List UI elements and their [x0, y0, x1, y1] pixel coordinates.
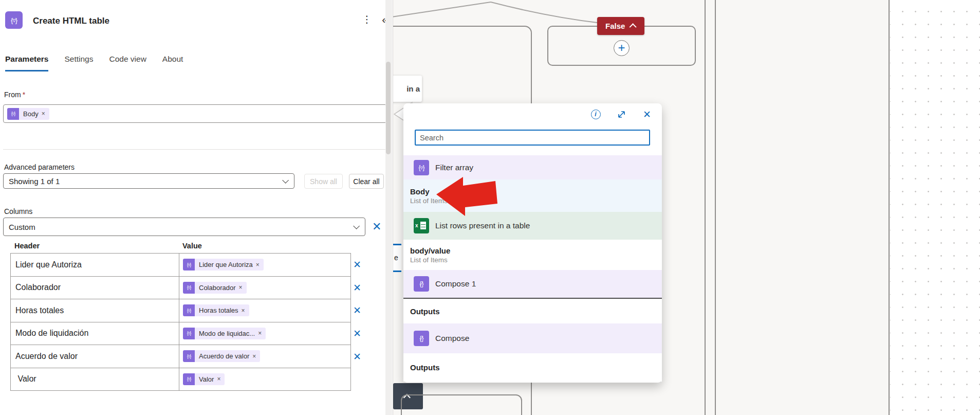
columns-label: Columns — [4, 207, 32, 215]
value-token-chip[interactable]: {▿} Colaborador × — [183, 282, 247, 294]
branch-divider-line-2 — [715, 0, 716, 415]
branch-divider-line — [705, 0, 706, 415]
tab-settings[interactable]: Settings — [64, 55, 93, 71]
popup-group-title: Compose 1 — [435, 279, 476, 288]
hidden-card-title-fragment: in a — [406, 84, 420, 93]
popup-group-list-rows-present-in-a-table[interactable]: xList rows present in a table — [403, 212, 662, 240]
value-token-chip[interactable]: {▿} Modo de liquidac... × — [183, 328, 266, 339]
column-header-cell[interactable]: Horas totales — [11, 299, 179, 322]
column-header-cell[interactable]: Valor — [11, 368, 179, 391]
popup-item-body-value[interactable]: body/valueList of Items — [403, 240, 662, 270]
column-value-cell[interactable]: {▿} Colaborador × — [179, 277, 350, 299]
value-token-chip[interactable]: {▿} Acuerdo de valor × — [183, 350, 260, 362]
dynamic-content-list: {▿}Filter arrayBodyList of ItemsxList ro… — [403, 155, 662, 382]
remove-token-icon[interactable]: × — [242, 307, 245, 314]
close-popup-icon[interactable]: ✕ — [641, 109, 653, 120]
info-icon[interactable]: i — [590, 109, 601, 120]
column-value-cell[interactable]: {▿} Valor × — [179, 368, 350, 391]
tab-parameters[interactable]: Parameters — [5, 55, 48, 71]
value-token-chip[interactable]: {▿} Valor × — [183, 373, 225, 385]
popup-item-subtitle: List of Items — [410, 197, 448, 205]
action-config-panel: {▿} Create HTML table ⋮ « ParametersSett… — [0, 0, 393, 415]
body-token-chip[interactable]: {▿} Body× — [7, 108, 49, 120]
chevron-down-icon — [282, 177, 289, 184]
advanced-parameters-label: Advanced parameters — [4, 163, 75, 171]
delete-row-icon[interactable]: ✕ — [353, 329, 361, 338]
table-header-col-label: Header — [14, 242, 40, 250]
expand-popup-icon[interactable] — [616, 109, 627, 120]
canvas-dot-grid — [890, 0, 980, 415]
token-braces-icon: {▿} — [183, 328, 195, 339]
remove-token-icon[interactable]: × — [239, 284, 243, 291]
column-value-cell[interactable]: {▿} Lider que Autoriza × — [179, 254, 350, 276]
column-mapping-row: Valor {▿} Valor × — [11, 368, 350, 391]
popup-item-title: body/value — [410, 246, 450, 255]
panel-scrollbar[interactable] — [385, 0, 392, 415]
column-header-cell[interactable]: Lider que Autoriza — [11, 254, 179, 276]
next-action-card[interactable] — [401, 394, 522, 415]
column-header-cell[interactable]: Colaborador — [11, 277, 179, 299]
remove-token-icon[interactable]: × — [258, 330, 262, 337]
delete-row-icon[interactable]: ✕ — [353, 283, 361, 293]
tab-code-view[interactable]: Code view — [109, 55, 146, 71]
from-field-label: From* — [4, 91, 25, 99]
token-braces-icon: {▿} — [183, 259, 195, 270]
token-braces-icon: {▿} — [183, 304, 195, 316]
value-token-chip[interactable]: {▿} Horas totales × — [183, 304, 249, 316]
false-branch-badge[interactable]: False — [597, 17, 644, 35]
tab-about[interactable]: About — [162, 55, 183, 71]
remove-token-icon[interactable]: × — [42, 110, 45, 117]
popup-item-title: Outputs — [410, 307, 440, 316]
more-options-icon[interactable]: ⋮ — [360, 13, 374, 25]
show-all-button[interactable]: Show all — [304, 174, 343, 189]
popup-group-compose-1[interactable]: {∕}Compose 1 — [403, 270, 662, 298]
data-operation-icon: {▿} — [5, 11, 23, 29]
token-braces-icon: {▿} — [183, 373, 195, 385]
panel-scrollbar-thumb[interactable] — [386, 62, 391, 154]
popup-item-body[interactable]: BodyList of Items — [403, 179, 662, 212]
remove-token-icon[interactable]: × — [252, 353, 256, 360]
column-value-cell[interactable]: {▿} Horas totales × — [179, 299, 350, 322]
excel-icon: x — [414, 218, 429, 233]
column-mapping-row: Acuerdo de valor {▿} Acuerdo de valor × — [11, 345, 350, 368]
selected-card-text-fragment: e — [394, 254, 398, 262]
column-value-cell[interactable]: {▿} Modo de liquidac... × — [179, 322, 350, 345]
section-divider — [3, 149, 387, 150]
popup-item-title: Outputs — [410, 363, 440, 372]
add-action-button[interactable]: + — [614, 40, 630, 56]
popup-group-filter-array[interactable]: {▿}Filter array — [403, 155, 662, 179]
braces-icon: {▿} — [414, 160, 429, 175]
columns-dropdown[interactable]: Custom — [3, 218, 365, 236]
clear-columns-icon[interactable]: ✕ — [372, 221, 381, 232]
delete-row-icon[interactable]: ✕ — [353, 260, 361, 269]
table-value-col-label: Value — [182, 242, 202, 250]
from-input[interactable]: {▿} Body× — [3, 104, 387, 123]
column-header-cell[interactable]: Modo de liquidación — [11, 322, 179, 345]
delete-row-icon[interactable]: ✕ — [353, 305, 361, 315]
popup-group-compose[interactable]: {∕}Compose — [403, 323, 662, 353]
popup-item-outputs[interactable]: Outputs — [403, 299, 662, 323]
power-automate-designer: + False in a e i — [0, 0, 980, 415]
popup-item-outputs[interactable]: Outputs — [403, 353, 662, 382]
token-braces-icon: {▿} — [7, 108, 19, 120]
false-branch-label: False — [605, 22, 625, 30]
remove-token-icon[interactable]: × — [217, 375, 220, 383]
value-token-chip[interactable]: {▿} Lider que Autoriza × — [183, 259, 264, 270]
delete-row-icon[interactable]: ✕ — [353, 352, 361, 362]
required-asterisk: * — [23, 91, 25, 99]
popup-group-title: Compose — [435, 334, 469, 343]
column-header-cell[interactable]: Acuerdo de valor — [11, 345, 179, 368]
selected-action-card-edge: e — [393, 244, 401, 272]
popup-item-subtitle: List of Items — [410, 256, 450, 264]
dynamic-content-popup: i ✕ {▿}Filter arrayBodyList of ItemsxLis… — [403, 103, 662, 383]
clear-all-button[interactable]: Clear all — [349, 174, 384, 189]
popup-group-title: List rows present in a table — [435, 221, 530, 230]
remove-token-icon[interactable]: × — [256, 261, 260, 268]
column-value-cell[interactable]: {▿} Acuerdo de valor × — [179, 345, 350, 368]
dynamic-content-search-input[interactable] — [415, 130, 650, 146]
column-mapping-row: Modo de liquidación {▿} Modo de liquidac… — [11, 322, 350, 346]
advanced-parameters-dropdown[interactable]: Showing 1 of 1 — [3, 173, 294, 189]
compose-icon: {∕} — [414, 276, 429, 292]
columns-table: Lider que Autoriza {▿} Lider que Autoriz… — [10, 253, 351, 391]
columns-dropdown-value: Custom — [9, 223, 35, 231]
